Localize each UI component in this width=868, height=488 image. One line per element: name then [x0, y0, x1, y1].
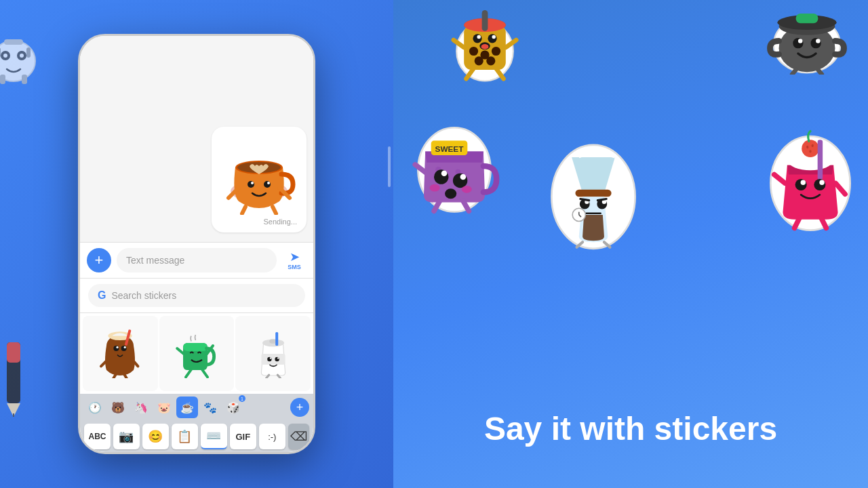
sticker-tab-2[interactable]: 🦄 — [130, 396, 152, 418]
emoji-key[interactable]: 📷 — [113, 424, 140, 449]
svg-point-62 — [473, 34, 481, 43]
scroll-indicator — [388, 146, 391, 187]
svg-point-64 — [477, 35, 481, 39]
svg-rect-76 — [796, 14, 818, 23]
svg-line-82 — [818, 70, 821, 75]
abc-key[interactable]: ABC — [84, 424, 111, 449]
message-input[interactable]: Text message — [117, 248, 277, 272]
svg-point-112 — [802, 140, 819, 157]
svg-point-92 — [460, 174, 467, 180]
svg-point-63 — [488, 34, 496, 43]
sticker-tab-3[interactable]: 🐷 — [153, 396, 175, 418]
svg-rect-8 — [22, 75, 27, 84]
svg-rect-9 — [4, 39, 23, 45]
svg-rect-42 — [261, 354, 285, 365]
attach-button[interactable]: + — [87, 248, 111, 272]
right-panel: SWEET — [393, 0, 868, 488]
svg-point-93 — [445, 188, 456, 199]
sticker-cell-1[interactable] — [83, 316, 158, 391]
svg-rect-6 — [26, 47, 31, 58]
svg-rect-61 — [482, 10, 488, 31]
svg-rect-116 — [818, 140, 823, 180]
send-icon: ➤ — [290, 251, 300, 263]
keyboard-bottom-row: ABC 📷 😊 📋 ⌨️ GIF :-) ⌫ — [80, 421, 313, 452]
svg-point-79 — [798, 39, 803, 43]
search-stickers-placeholder: Search stickers — [111, 290, 176, 301]
svg-line-23 — [242, 207, 245, 214]
svg-point-119 — [801, 180, 806, 185]
svg-rect-5 — [0, 47, 1, 58]
svg-point-67 — [481, 44, 489, 49]
svg-point-29 — [121, 346, 127, 351]
bg-sticker-pencil — [0, 339, 47, 420]
svg-line-81 — [792, 70, 795, 75]
sticker-tab-4[interactable]: 🐾 — [199, 396, 221, 418]
left-panel: Sending... + Text message ➤ SMS G Search… — [0, 0, 393, 488]
svg-point-19 — [251, 182, 254, 184]
sticker-cell-2[interactable] — [159, 316, 235, 391]
svg-rect-45 — [275, 332, 278, 346]
svg-point-18 — [264, 181, 271, 188]
tagline: Say it with stickers — [484, 410, 777, 447]
svg-point-65 — [492, 35, 496, 39]
send-button[interactable]: ➤ SMS — [282, 248, 307, 272]
svg-point-95 — [462, 186, 472, 193]
svg-rect-100 — [575, 190, 611, 197]
svg-point-4 — [20, 54, 24, 58]
emoticon-text-key[interactable]: :-) — [259, 424, 285, 449]
emoji-tab-row: 🕐 🐻 🦄 🐷 ☕ 🐾 🎲 1 + — [80, 394, 313, 421]
message-placeholder: Text message — [126, 255, 184, 266]
clipboard-key[interactable]: 📋 — [172, 424, 198, 449]
svg-point-2 — [3, 54, 7, 58]
svg-rect-37 — [183, 343, 208, 351]
sticker-cell-3[interactable] — [235, 316, 311, 391]
svg-point-49 — [277, 357, 279, 359]
svg-line-41 — [202, 369, 208, 377]
sticker-search-row: G Search stickers — [80, 278, 313, 312]
svg-point-60 — [486, 56, 495, 65]
svg-point-48 — [269, 357, 271, 359]
chemex-sticker — [542, 136, 644, 251]
phone-frame: Sending... + Text message ➤ SMS G Search… — [78, 34, 315, 454]
gif-key[interactable]: GIF — [230, 424, 256, 449]
svg-line-40 — [186, 369, 191, 377]
svg-point-56 — [469, 47, 478, 56]
sticker-tab-5[interactable]: 🎲 1 — [222, 396, 244, 418]
svg-point-30 — [117, 346, 119, 348]
svg-point-115 — [809, 150, 811, 152]
sweet-mug-sticker: SWEET — [407, 115, 502, 217]
svg-point-59 — [475, 56, 484, 65]
svg-point-20 — [267, 182, 270, 184]
svg-point-31 — [124, 346, 126, 348]
bg-sticker-robot — [0, 34, 47, 95]
recent-tab[interactable]: 🕐 — [84, 396, 106, 418]
emoticon-key[interactable]: 😊 — [142, 424, 169, 449]
svg-point-94 — [430, 184, 440, 192]
keyboard-key[interactable]: ⌨️ — [201, 424, 227, 449]
svg-point-58 — [492, 47, 500, 56]
svg-text:SWEET: SWEET — [435, 144, 465, 153]
svg-point-118 — [814, 179, 825, 190]
chat-area: Sending... — [80, 36, 313, 242]
svg-point-91 — [441, 170, 448, 176]
sticker-tab-coffee[interactable]: ☕ — [176, 396, 198, 418]
svg-rect-7 — [0, 75, 5, 84]
text-input-row: + Text message ➤ SMS — [80, 242, 313, 278]
svg-point-117 — [795, 179, 807, 190]
svg-line-35 — [125, 374, 127, 378]
svg-point-0 — [0, 41, 35, 81]
delete-key[interactable]: ⌫ — [288, 424, 309, 449]
send-label: SMS — [288, 264, 301, 270]
svg-rect-11 — [7, 342, 20, 363]
svg-line-34 — [114, 374, 116, 378]
svg-point-80 — [816, 39, 821, 43]
pot-sticker — [766, 0, 848, 75]
svg-line-24 — [273, 207, 276, 214]
svg-line-38 — [177, 348, 184, 354]
svg-point-28 — [114, 346, 119, 351]
add-sticker-pack-button[interactable]: + — [290, 398, 309, 417]
google-logo: G — [98, 289, 106, 302]
sticker-tab-1[interactable]: 🐻 — [107, 396, 129, 418]
sticker-grid — [80, 312, 313, 394]
sticker-search-field[interactable]: G Search stickers — [88, 284, 305, 307]
